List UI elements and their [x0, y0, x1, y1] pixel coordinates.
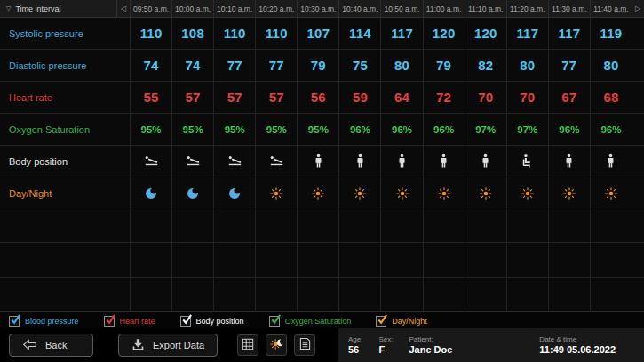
diastolic-value: 77: [561, 58, 576, 73]
cell-day_night-11: [590, 177, 632, 209]
check-icon: [270, 314, 282, 326]
empty-cell: [213, 278, 255, 311]
empty-cell: [297, 209, 338, 242]
back-arrow-icon: [22, 339, 37, 352]
cell-heart_rate-4: 56: [297, 82, 338, 113]
empty-cell: [548, 243, 590, 276]
export-label: Export Data: [153, 340, 204, 350]
row-spacer: [632, 18, 644, 49]
legend-item-blood_pressure[interactable]: Blood pressure: [9, 316, 79, 327]
time-column-header: 11:40 a.m.: [590, 0, 632, 17]
heart_rate-value: 70: [520, 90, 535, 105]
cell-diastolic-2: 77: [213, 50, 255, 81]
row-systolic: Systolic pressure11010811011010711411712…: [0, 18, 644, 50]
scroll-right-button[interactable]: ▷: [632, 0, 644, 17]
cell-heart_rate-3: 57: [255, 82, 297, 113]
day-icon: [395, 186, 409, 201]
export-data-button[interactable]: Export Data: [118, 334, 218, 357]
report-button[interactable]: [294, 334, 315, 356]
cell-body_position-3: [255, 146, 297, 177]
empty-cell: [171, 278, 213, 311]
cell-diastolic-3: 77: [255, 50, 297, 81]
row-label-body_position: Body position: [0, 146, 130, 177]
time-column-header: 11:00 a.m.: [423, 0, 465, 17]
scroll-left-button[interactable]: ◁: [117, 0, 130, 17]
standing-icon: [436, 153, 451, 169]
diastolic-value: 74: [143, 58, 158, 73]
cell-oxygen-8: 97%: [465, 114, 506, 145]
sex-label: Sex:: [378, 335, 393, 343]
oxygen-value: 97%: [517, 124, 537, 135]
empty-cell: [297, 278, 338, 311]
cell-day_night-1: [171, 177, 213, 209]
systolic-value: 120: [433, 26, 456, 41]
systolic-value: 110: [266, 26, 288, 41]
heart_rate-value: 67: [561, 90, 576, 105]
time-column-header: 09:50 a.m.: [130, 0, 171, 17]
cell-oxygen-10: 96%: [548, 114, 590, 145]
row-label-day_night: Day/Night: [0, 177, 130, 209]
row-diastolic: Diastolic pressure7474777779758079828077…: [0, 50, 644, 82]
diastolic-value: 74: [186, 58, 201, 73]
age-value: 56: [348, 344, 362, 355]
cell-day_night-9: [506, 177, 548, 209]
night-icon: [144, 186, 158, 201]
filter-icon: ▽: [6, 5, 11, 12]
cell-heart_rate-10: 67: [548, 82, 590, 113]
cell-oxygen-9: 97%: [506, 114, 548, 145]
row-label-heart_rate: Heart rate: [0, 82, 130, 113]
time-interval-label: Time interval: [15, 4, 60, 13]
diastolic-value: 80: [520, 58, 535, 73]
table-view-button[interactable]: [237, 334, 258, 356]
back-button[interactable]: Back: [9, 334, 93, 357]
empty-cell: [506, 243, 548, 276]
cell-heart_rate-2: 57: [213, 82, 255, 113]
empty-cell: [465, 209, 506, 242]
standing-icon: [311, 153, 326, 169]
sex-field: Sex: F: [378, 335, 393, 355]
legend-item-heart_rate[interactable]: Heart rate: [104, 316, 155, 327]
time-column-header: 10:10 a.m.: [213, 0, 255, 17]
lying-icon: [227, 153, 242, 169]
diastolic-value: 79: [436, 58, 451, 73]
cell-systolic-6: 117: [380, 18, 422, 49]
empty-cell: [380, 278, 422, 311]
empty-cell: [130, 209, 171, 242]
legend-item-oxygen_saturation[interactable]: Oxygen Saturation: [269, 316, 352, 327]
cell-systolic-8: 120: [465, 18, 506, 49]
systolic-value: 110: [224, 26, 246, 41]
export-icon: [131, 338, 145, 353]
heart_rate-value: 56: [311, 90, 326, 105]
empty-cell: [255, 278, 297, 311]
heart_rate-value: 59: [353, 90, 368, 105]
cell-diastolic-0: 74: [130, 50, 171, 81]
oxygen-value: 95%: [266, 124, 287, 135]
legend-item-day_night[interactable]: Day/Night: [376, 316, 427, 327]
row-spacer: [632, 177, 644, 209]
legend-label-heart_rate: Heart rate: [120, 317, 155, 326]
patient-field: Patient: Jane Doe: [409, 335, 452, 355]
cell-systolic-4: 107: [297, 18, 338, 49]
patient-info-panel: Age: 56 Sex: F Patient: Jane Doe Date & …: [338, 328, 644, 362]
empty-cell: [465, 243, 506, 276]
systolic-value: 117: [391, 26, 413, 41]
day-night-view-icon: [269, 337, 283, 354]
empty-cell: [423, 278, 465, 311]
empty-cell: [590, 243, 632, 276]
time-column-header: 10:00 a.m.: [171, 0, 213, 17]
diastolic-value: 80: [603, 58, 618, 73]
systolic-value: 114: [349, 26, 371, 41]
legend-item-body_position[interactable]: Body position: [180, 316, 244, 327]
cell-diastolic-5: 75: [338, 50, 380, 81]
time-interval-header[interactable]: ▽ Time interval: [0, 0, 117, 17]
cell-systolic-5: 114: [338, 18, 380, 49]
empty-cell: [338, 278, 380, 311]
cell-diastolic-10: 77: [548, 50, 590, 81]
day-night-view-button[interactable]: [266, 334, 287, 356]
check-icon: [105, 314, 116, 326]
empty-row: [0, 243, 644, 277]
cell-systolic-11: 119: [590, 18, 632, 49]
cell-oxygen-5: 96%: [338, 114, 380, 145]
row-spacer: [632, 82, 644, 113]
legend-bar: Blood pressureHeart rateBody positionOxy…: [0, 312, 644, 328]
